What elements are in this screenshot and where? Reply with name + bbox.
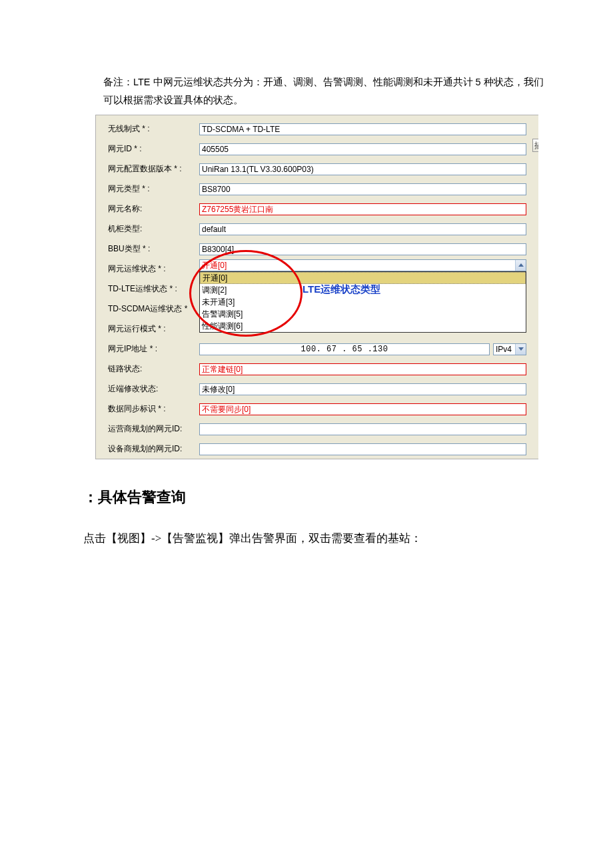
input-cfg-ver[interactable]: UniRan 13.1(TL V3.30.600P03) [199, 163, 526, 175]
label-cabinet: 机柜类型: [96, 223, 199, 235]
input-wireless-mode[interactable]: TD-SCDMA + TD-LTE [199, 123, 526, 135]
button-partial[interactable]: 描 [532, 139, 538, 152]
label-cfg-ver: 网元配置数据版本 * : [96, 163, 199, 175]
config-form-panel: 无线制式 * : TD-SCDMA + TD-LTE 网元ID * : 4055… [95, 115, 538, 459]
label-ne-id: 网元ID * : [96, 143, 199, 155]
row-op-ne-id: 运营商规划的网元ID: [96, 419, 538, 439]
label-ne-name: 网元名称: [96, 203, 199, 215]
row-ip: 网元IP地址 * : 100. 67 . 65 .130 IPv4 [96, 339, 538, 359]
label-near-mod: 近端修改状态: [96, 383, 199, 395]
input-ne-name[interactable]: Z767255黄岩江口南 [199, 203, 526, 215]
input-cabinet[interactable]: default [199, 223, 526, 235]
label-tdlte-state: TD-LTE运维状态 * : [96, 283, 199, 295]
chevron-down-icon[interactable] [515, 344, 526, 355]
row-ne-id: 网元ID * : 405505 [96, 139, 538, 159]
row-ne-type: 网元类型 * : BS8700 [96, 179, 538, 199]
instruction-paragraph: 点击【视图】->【告警监视】弹出告警界面，双击需要查看的基站： [83, 527, 593, 550]
label-om-state: 网元运维状态 * : [96, 263, 199, 275]
input-vendor-ne-id[interactable] [199, 443, 526, 455]
dropdown-om-state-value: 开通[0] [202, 261, 227, 270]
label-sync: 数据同步标识 * : [96, 403, 199, 415]
row-cfg-ver: 网元配置数据版本 * : UniRan 13.1(TL V3.30.600P03… [96, 159, 538, 179]
note-paragraph: 备注：LTE 中网元运维状态共分为：开通、调测、告警调测、性能调测和未开通共计 … [103, 73, 593, 109]
row-ne-addr: 网元地址: B8968F分光纤无FS [96, 455, 538, 459]
row-link: 链路状态: 正常建链[0] [96, 359, 538, 379]
input-link[interactable]: 正常建链[0] [199, 363, 526, 375]
row-wireless-mode: 无线制式 * : TD-SCDMA + TD-LTE [96, 119, 538, 139]
label-run-mode: 网元运行模式 * : [96, 323, 199, 335]
row-cabinet: 机柜类型: default [96, 219, 538, 239]
input-ip[interactable]: 100. 67 . 65 .130 [199, 343, 490, 355]
label-wireless-mode: 无线制式 * : [96, 123, 199, 135]
label-ne-type: 网元类型 * : [96, 183, 199, 195]
select-ip-proto[interactable]: IPv4 [493, 343, 526, 355]
row-run-mode: 网元运行模式 * : [96, 319, 538, 339]
row-sync: 数据同步标识 * : 不需要同步[0] [96, 399, 538, 419]
label-tdscdma-state: TD-SCDMA运维状态 * [96, 303, 199, 315]
row-near-mod: 近端修改状态: 未修改[0] [96, 379, 538, 399]
input-op-ne-id[interactable] [199, 423, 526, 435]
row-ne-name: 网元名称: Z767255黄岩江口南 [96, 199, 538, 219]
label-ip: 网元IP地址 * : [96, 343, 199, 355]
row-bbu: BBU类型 * : B8300[4] [96, 239, 538, 259]
annotation-label: LTE运维状态类型 [303, 283, 380, 296]
row-tdscdma-state: TD-SCDMA运维状态 * [96, 299, 538, 319]
input-sync[interactable]: 不需要同步[0] [199, 403, 526, 415]
ip-proto-value: IPv4 [496, 345, 512, 354]
input-ne-type[interactable]: BS8700 [199, 183, 526, 195]
input-ne-id[interactable]: 405505 [199, 143, 526, 155]
chevron-up-icon[interactable] [515, 260, 526, 271]
label-op-ne-id: 运营商规划的网元ID: [96, 423, 199, 435]
section-heading: ：具体告警查询 [83, 487, 593, 507]
input-bbu[interactable]: B8300[4] [199, 243, 526, 255]
dropdown-om-state-header[interactable]: 开通[0] [199, 259, 526, 271]
input-near-mod[interactable]: 未修改[0] [199, 383, 526, 395]
label-bbu: BBU类型 * : [96, 243, 199, 255]
label-link: 链路状态: [96, 363, 199, 375]
label-vendor-ne-id: 设备商规划的网元ID: [96, 443, 199, 455]
